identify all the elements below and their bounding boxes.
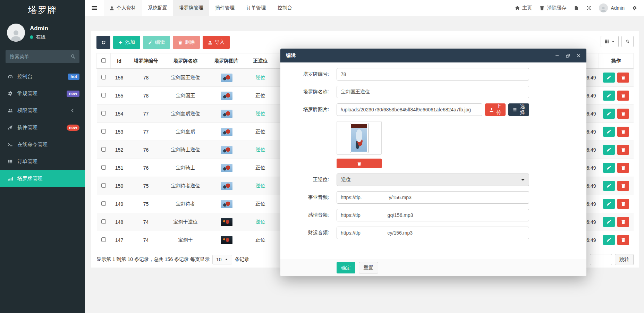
row-checkbox[interactable] [101, 75, 106, 79]
row-edit-button[interactable] [603, 235, 615, 245]
header-name[interactable]: 塔罗牌名称 [164, 53, 207, 69]
tarot-thumbnail[interactable] [221, 182, 232, 190]
row-edit-button[interactable] [603, 73, 615, 83]
position-link[interactable]: 正位 [256, 201, 265, 206]
search-icon[interactable] [70, 54, 76, 59]
row-edit-button[interactable] [603, 217, 615, 227]
row-delete-button[interactable] [617, 163, 629, 173]
position-select[interactable]: 逆位 [337, 174, 529, 186]
position-link[interactable]: 逆位 [256, 183, 265, 188]
position-link[interactable]: 正位 [256, 93, 265, 98]
row-delete-button[interactable] [617, 91, 629, 101]
page-size-dropdown[interactable]: 10 [212, 255, 232, 264]
tarot-no-input[interactable] [337, 68, 529, 81]
columns-toggle-button[interactable] [601, 36, 619, 47]
row-edit-button[interactable] [603, 163, 615, 173]
tab-addon-manage[interactable]: 插件管理 [209, 0, 240, 16]
position-link[interactable]: 逆位 [256, 219, 265, 225]
row-delete-button[interactable] [617, 73, 629, 83]
row-edit-button[interactable] [603, 181, 615, 191]
menu-search-input[interactable] [6, 50, 79, 63]
menu-toggle-icon[interactable] [85, 0, 104, 16]
page-jump-input[interactable] [590, 254, 612, 265]
row-checkbox[interactable] [101, 111, 106, 116]
sidebar-item-tarot[interactable]: 塔罗牌管理 [0, 170, 85, 187]
row-delete-button[interactable] [617, 109, 629, 119]
row-delete-button[interactable] [617, 127, 629, 137]
row-edit-button[interactable] [603, 109, 615, 119]
position-link[interactable]: 正位 [256, 129, 265, 134]
confirm-button[interactable]: 确定 [337, 262, 355, 273]
nav-user-menu[interactable]: Admin [599, 3, 625, 12]
image-preview[interactable] [337, 121, 382, 155]
row-checkbox[interactable] [101, 147, 106, 152]
gears-icon[interactable] [632, 6, 637, 10]
position-link[interactable]: 逆位 [256, 111, 265, 116]
tarot-thumbnail[interactable] [221, 218, 232, 226]
row-checkbox[interactable] [101, 201, 106, 206]
tarot-thumbnail[interactable] [221, 236, 232, 244]
row-edit-button[interactable] [603, 91, 615, 101]
tab-order-manage[interactable]: 订单管理 [240, 0, 272, 16]
row-edit-button[interactable] [603, 145, 615, 155]
sidebar-item-auth[interactable]: 权限管理 [0, 102, 85, 119]
row-checkbox[interactable] [101, 165, 106, 170]
minimize-icon[interactable] [555, 53, 559, 58]
career-audio-input[interactable] [337, 191, 529, 204]
header-no[interactable]: 塔罗牌编号 [128, 53, 164, 69]
row-edit-button[interactable] [603, 199, 615, 209]
tarot-thumbnail[interactable] [221, 74, 232, 82]
row-checkbox[interactable] [101, 129, 106, 134]
edit-button[interactable]: 编辑 [143, 36, 170, 49]
sidebar-item-addon[interactable]: 插件管理 new [0, 119, 85, 136]
page-jump-button[interactable]: 跳转 [615, 254, 634, 265]
header-id[interactable]: Id [111, 53, 128, 69]
upload-button[interactable]: 上传 [485, 103, 506, 116]
row-delete-button[interactable] [617, 235, 629, 245]
reset-button[interactable]: 重置 [359, 262, 378, 273]
tarot-thumbnail[interactable] [221, 110, 232, 118]
choose-button[interactable]: 选择 [508, 103, 529, 116]
delete-button[interactable]: 删除 [173, 36, 200, 49]
row-delete-button[interactable] [617, 199, 629, 209]
tab-dashboard[interactable]: 控制台 [272, 0, 298, 16]
select-all-checkbox[interactable] [101, 58, 106, 63]
position-link[interactable]: 正位 [256, 165, 265, 170]
position-link[interactable]: 正位 [256, 237, 265, 243]
close-icon[interactable] [576, 53, 581, 58]
row-delete-button[interactable] [617, 145, 629, 155]
wealth-audio-input[interactable] [337, 227, 529, 239]
sidebar-item-general[interactable]: 常规管理 new [0, 85, 85, 102]
header-position[interactable]: 正逆位 [246, 53, 275, 69]
tarot-thumbnail[interactable] [221, 92, 232, 100]
sidebar-item-dashboard[interactable]: 控制台 hot [0, 68, 85, 85]
position-link[interactable]: 逆位 [256, 147, 265, 152]
tarot-thumbnail[interactable] [221, 164, 232, 172]
tarot-thumbnail[interactable] [221, 128, 232, 136]
dialog-header[interactable]: 编辑 [280, 49, 586, 62]
refresh-button[interactable] [96, 36, 110, 49]
add-button[interactable]: 添加 [113, 36, 140, 49]
image-path-input[interactable] [337, 103, 482, 116]
sidebar-item-command[interactable]: 在线命令管理 [0, 136, 85, 153]
sidebar-item-order[interactable]: 订单管理 [0, 153, 85, 170]
fullscreen-icon[interactable] [586, 6, 591, 10]
tarot-thumbnail[interactable] [221, 146, 232, 154]
row-checkbox[interactable] [101, 237, 106, 242]
row-checkbox[interactable] [101, 219, 106, 224]
row-delete-button[interactable] [617, 181, 629, 191]
row-checkbox[interactable] [101, 93, 106, 98]
language-icon[interactable] [574, 6, 579, 10]
nav-home[interactable]: 主页 [515, 5, 532, 11]
row-delete-button[interactable] [617, 217, 629, 227]
love-audio-input[interactable] [337, 209, 529, 221]
nav-clear-cache[interactable]: 清除缓存 [540, 5, 566, 11]
tab-profile[interactable]: 个人资料 [104, 0, 142, 16]
row-checkbox[interactable] [101, 183, 106, 188]
import-button[interactable]: 导入 [203, 36, 230, 49]
tab-tarot-manage[interactable]: 塔罗牌管理 [173, 0, 209, 16]
row-edit-button[interactable] [603, 127, 615, 137]
remove-image-button[interactable] [337, 159, 382, 168]
table-search-button[interactable] [621, 36, 634, 47]
tarot-name-input[interactable] [337, 86, 529, 98]
